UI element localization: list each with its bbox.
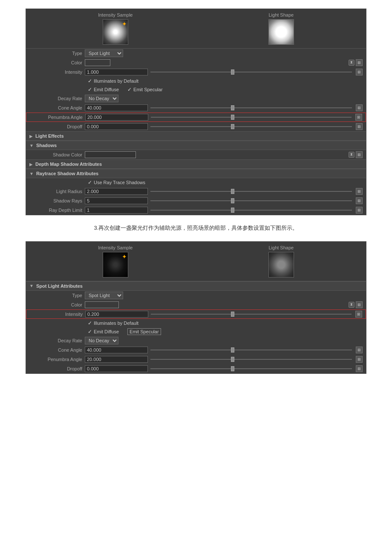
emit-specular-checkbox-2[interactable]: Emit Specular [127,328,161,335]
intensity-slider-track[interactable] [150,72,352,72]
color-expand-icon[interactable]: ⊞ [356,59,363,66]
intensity-input-2[interactable] [85,311,148,318]
color-expand-icon-2[interactable]: ⊞ [356,301,363,308]
emit-diffuse-label-2: Emit Diffuse [94,329,119,334]
cone-slider-track-2[interactable] [150,350,352,350]
dropoff-label: Dropoff [29,124,85,129]
intensity-row-2: Intensity ⊞ [26,309,366,319]
dropoff-input[interactable] [85,123,148,130]
ray-depth-expand-icon[interactable]: ⊞ [356,207,363,214]
color-swatch[interactable] [85,59,110,66]
color-label: Color [29,60,85,65]
intensity-slider-track-2[interactable] [151,314,352,315]
shadow-color-key-icon[interactable]: ⧗ [349,152,355,158]
penumbra-input-2[interactable] [85,356,148,363]
type-select-2[interactable]: Spot Light [85,292,123,299]
dropoff-slider-thumb-2[interactable] [231,366,234,371]
shadow-rays-slider-thumb[interactable] [231,198,234,203]
emit-diffuse-checkbox-2[interactable]: ✓ Emit Diffuse [88,329,119,335]
panel-header-1: Intensity Sample ✦ Light Shape [26,9,366,49]
light-shape-group-2: Light Shape [268,245,294,278]
penumbra-slider-track-2[interactable] [150,359,352,360]
penumbra-slider-thumb-2[interactable] [231,357,234,362]
light-radius-slider-track[interactable] [150,191,352,192]
intensity-field-label-2: Intensity [30,312,85,317]
shadow-rays-slider-track[interactable] [150,200,352,201]
shadow-color-row: Shadow Color ⧗ ⊞ [26,150,366,159]
dropoff-input-2[interactable] [85,365,148,372]
shadow-rays-row: Shadow Rays ⊞ [26,196,366,205]
panel-header-2: Intensity Sample ✦ Light Shape [26,242,366,281]
penumbra-expand-icon[interactable]: ⊞ [355,114,362,121]
decay-rate-row: Decay Rate No Decay [26,94,366,103]
color-row-end: ⧗ ⊞ [349,59,363,66]
type-label: Type [29,51,85,56]
illuminates-row-2: ✓ Illuminates by Default [26,319,366,327]
ray-depth-slider-track[interactable] [150,210,352,211]
dropoff-expand-icon[interactable]: ⊞ [356,123,363,130]
penumbra-expand-icon-2[interactable]: ⊞ [356,356,363,363]
illuminates-checkbox-2[interactable]: ✓ Illuminates by Default [88,320,138,326]
use-ray-trace-checkbox[interactable]: ✓ Use Ray Trace Shadows [88,179,145,185]
cone-expand-icon-2[interactable]: ⊞ [356,347,363,353]
light-radius-expand-icon[interactable]: ⊞ [356,188,363,195]
emit-diffuse-checkbox[interactable]: ✓ Emit Diffuse [88,87,119,92]
intensity-slider-thumb-2[interactable] [231,312,234,317]
light-radius-input[interactable] [85,188,148,195]
emit-diffuse-label: Emit Diffuse [94,87,119,92]
emit-specular-label: Emit Specular [133,87,162,92]
color-swatch-2[interactable] [85,301,119,308]
decay-rate-select-2[interactable]: No Decay [85,337,118,344]
color-key-icon[interactable]: ⧗ [349,60,355,66]
color-row-end-2: ⧗ ⊞ [349,301,363,308]
penumbra-slider-thumb[interactable] [231,115,234,120]
intensity-input[interactable] [85,69,148,75]
type-row-2: Type Spot Light [26,291,366,300]
cone-slider-thumb[interactable] [231,105,234,110]
use-ray-trace-label: Use Ray Trace Shadows [94,180,145,185]
emit-specular-checkbox[interactable]: ✓ Emit Specular [127,87,162,92]
intensity-preview-2: ✦ [103,252,128,278]
illuminates-checkbox[interactable]: ✓ Illuminates by Default [88,78,138,84]
illuminates-check-2: ✓ [88,320,92,326]
light-effects-arrow: ▶ [29,134,33,139]
shadow-color-swatch[interactable] [85,151,136,158]
cone-expand-icon[interactable]: ⊞ [356,104,363,111]
light-effects-section[interactable]: ▶ Light Effects [26,131,366,141]
ray-depth-slider-thumb[interactable] [231,208,234,213]
penumbra-slider-track[interactable] [151,117,352,118]
intensity-slider-thumb[interactable] [231,69,234,75]
illuminates-row: ✓ Illuminates by Default [26,77,366,85]
color-key-icon-2[interactable]: ⧗ [349,302,355,308]
emit-row-2: ✓ Emit Diffuse Emit Specular [26,327,366,336]
depth-map-section[interactable]: ▶ Depth Map Shadow Attributes [26,159,366,169]
intensity-expand-icon-2[interactable]: ⊞ [355,311,362,318]
spot-light-attr-arrow: ▼ [29,283,34,288]
dropoff-expand-icon-2[interactable]: ⊞ [356,365,363,372]
penumbra-label: Penumbra Angle [30,115,85,120]
dropoff-slider-thumb[interactable] [231,124,234,129]
shadow-color-expand-icon[interactable]: ⊞ [356,151,363,158]
spot-light-attr-section[interactable]: ▼ Spot Light Attributes [26,281,366,291]
intensity-preview: ✦ [103,19,128,45]
shadow-color-label: Shadow Color [29,152,85,157]
raytrace-section[interactable]: ▼ Raytrace Shadow Attributes [26,169,366,178]
color-label-2: Color [29,302,85,307]
cone-slider-track[interactable] [150,107,352,108]
intensity-expand-icon[interactable]: ⊞ [356,69,363,75]
light-radius-slider-thumb[interactable] [231,189,234,194]
cone-angle-input[interactable] [85,104,148,111]
cone-slider-thumb-2[interactable] [231,347,234,353]
illuminates-check-mark: ✓ [88,78,92,84]
cone-angle-input-2[interactable] [85,347,148,353]
decay-rate-select[interactable]: No Decay [85,95,118,102]
shadows-section[interactable]: ▼ Shadows [26,141,366,150]
shadow-rays-expand-icon[interactable]: ⊞ [356,197,363,204]
penumbra-angle-row-2: Penumbra Angle ⊞ [26,355,366,364]
type-select[interactable]: Spot Light [85,49,123,57]
penumbra-input[interactable] [85,114,148,121]
ray-depth-input[interactable] [85,207,148,214]
dropoff-slider-track-2[interactable] [150,368,352,369]
shadow-rays-input[interactable] [85,197,148,204]
dropoff-slider-track[interactable] [150,126,352,127]
